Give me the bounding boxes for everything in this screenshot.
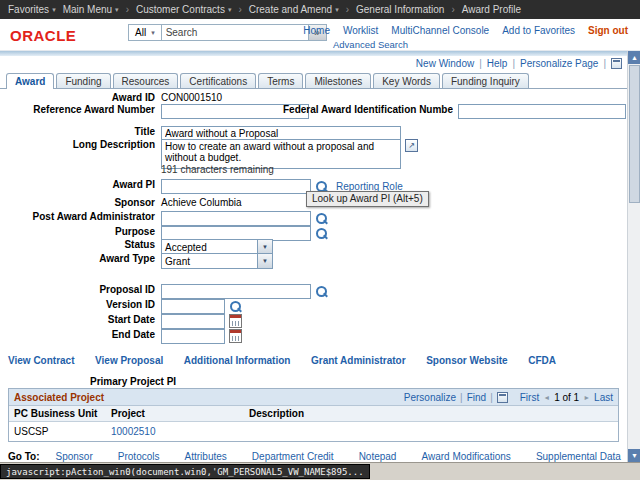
award-pi-label: Award PI — [0, 179, 155, 190]
copy-url-icon[interactable] — [611, 58, 622, 69]
project-link[interactable]: 10002510 — [111, 426, 156, 437]
goto-protocols-link[interactable]: Protocols — [118, 451, 160, 462]
goto-award-modifications-link[interactable]: Award Modifications — [422, 451, 511, 462]
purpose-label: Purpose — [0, 226, 155, 237]
proposal-id-lookup-icon[interactable] — [315, 285, 328, 298]
tab-resources[interactable]: Resources — [113, 73, 179, 88]
start-date-label: Start Date — [0, 314, 155, 325]
home-link[interactable]: Home — [303, 25, 330, 36]
grant-administrator-link[interactable]: Grant Administrator — [311, 355, 406, 366]
goto-notepad-link[interactable]: Notepad — [359, 451, 397, 462]
column-description: Description — [249, 408, 618, 419]
oracle-logo: ORACLE — [10, 27, 76, 44]
end-date-label: End Date — [0, 329, 155, 340]
post-award-admin-input[interactable] — [161, 211, 311, 226]
quick-links: View Contract View Proposal Additional I… — [8, 355, 556, 366]
grid-titlebar: Associated Project Personalize | Find | … — [9, 389, 618, 406]
tab-milestones[interactable]: Milestones — [305, 73, 371, 88]
federal-award-id-input[interactable] — [458, 104, 626, 119]
award-pi-input[interactable] — [161, 179, 311, 194]
award-type-select[interactable]: Grant ▼ — [161, 253, 273, 269]
pipe-separator: | — [512, 58, 515, 69]
additional-information-link[interactable]: Additional Information — [184, 355, 291, 366]
grid-row-range: 1 of 1 — [554, 392, 579, 403]
worklist-link[interactable]: Worklist — [343, 25, 378, 36]
goto-sponsor-link[interactable]: Sponsor — [55, 451, 92, 462]
breadcrumb-label: Create and Amend — [249, 4, 332, 15]
sponsor-website-link[interactable]: Sponsor Website — [426, 355, 508, 366]
column-project: Project — [111, 408, 249, 419]
start-date-input[interactable] — [161, 314, 225, 329]
breadcrumb-create-and-amend[interactable]: Create and Amend▾ — [249, 4, 339, 15]
personalize-page-link[interactable]: Personalize Page — [520, 58, 598, 69]
add-to-favorites-link[interactable]: Add to Favorites — [502, 25, 575, 36]
award-id-label: Award ID — [0, 92, 155, 103]
end-date-input[interactable] — [161, 329, 225, 344]
header-links: Home Worklist MultiChannel Console Add t… — [303, 25, 628, 36]
pipe-separator: | — [479, 58, 482, 69]
tab-terms[interactable]: Terms — [258, 73, 303, 88]
cfda-link[interactable]: CFDA — [528, 355, 556, 366]
tab-award[interactable]: Award — [6, 73, 54, 89]
goto-supplemental-data-link[interactable]: Supplemental Data — [536, 451, 621, 462]
expand-description-icon[interactable]: ↗ — [405, 139, 418, 152]
goto-department-credit-link[interactable]: Department Credit — [252, 451, 334, 462]
breadcrumb-main-menu[interactable]: Main Menu▾ — [63, 4, 119, 15]
vertical-scrollbar[interactable]: ▲ ▼ — [627, 51, 640, 462]
version-id-label: Version ID — [0, 299, 155, 310]
breadcrumb-label: Main Menu — [63, 4, 112, 15]
breadcrumb-favorites[interactable]: Favorites▾ — [8, 4, 56, 15]
help-link[interactable]: Help — [487, 58, 508, 69]
grid-first-link[interactable]: First — [520, 392, 539, 403]
chevron-down-icon: ▾ — [335, 6, 339, 14]
award-type-label: Award Type — [0, 253, 155, 264]
new-window-link[interactable]: New Window — [416, 58, 474, 69]
download-grid-icon[interactable] — [497, 392, 508, 403]
scroll-up-icon[interactable]: ▲ — [628, 51, 640, 64]
grid-personalize-link[interactable]: Personalize — [404, 392, 456, 403]
column-pc-business-unit: PC Business Unit — [9, 408, 111, 419]
sponsor-label: Sponsor — [0, 197, 155, 208]
post-award-admin-label: Post Award Administrator — [0, 211, 155, 222]
end-date-calendar-icon[interactable] — [229, 329, 242, 343]
award-form: Award ID CON0001510 Reference Award Numb… — [0, 89, 627, 462]
view-contract-link[interactable]: View Contract — [8, 355, 75, 366]
view-proposal-link[interactable]: View Proposal — [95, 355, 163, 366]
grid-last-link[interactable]: Last — [594, 392, 613, 403]
breadcrumb-general-information[interactable]: General Information — [356, 4, 444, 15]
characters-remaining-text: 191 characters remaining — [161, 164, 274, 175]
grid-find-link[interactable]: Find — [467, 392, 486, 403]
post-award-admin-lookup-icon[interactable] — [315, 212, 328, 225]
breadcrumb-label: General Information — [356, 4, 444, 15]
breadcrumb-customer-contracts[interactable]: Customer Contracts▾ — [136, 4, 231, 15]
advanced-search-link[interactable]: Advanced Search — [333, 39, 408, 50]
tab-key-words[interactable]: Key Words — [373, 73, 440, 88]
sign-out-link[interactable]: Sign out — [588, 25, 628, 36]
search-scope-select[interactable]: All▾ — [128, 24, 161, 41]
goto-bar: Go To: Sponsor Protocols Attributes Depa… — [8, 451, 621, 462]
scroll-down-icon[interactable]: ▼ — [628, 449, 640, 462]
search-input[interactable] — [161, 24, 309, 41]
multichannel-console-link[interactable]: MultiChannel Console — [391, 25, 489, 36]
scrollbar-thumb[interactable] — [629, 65, 640, 203]
version-id-input[interactable] — [161, 299, 225, 314]
status-value: Accepted — [162, 242, 257, 253]
associated-project-grid: Associated Project Personalize | Find | … — [8, 388, 619, 442]
tab-funding[interactable]: Funding — [56, 73, 110, 88]
goto-attributes-link[interactable]: Attributes — [185, 451, 227, 462]
breadcrumb-label: Award Profile — [462, 4, 521, 15]
page-toolbar: New Window | Help | Personalize Page | — [0, 56, 640, 71]
previous-row-icon[interactable]: ◄ — [543, 394, 550, 401]
start-date-calendar-icon[interactable] — [229, 314, 242, 328]
next-row-icon[interactable]: ► — [583, 394, 590, 401]
tab-funding-inquiry[interactable]: Funding Inquiry — [442, 73, 529, 88]
breadcrumb: Favorites▾ Main Menu▾ › Customer Contrac… — [0, 0, 640, 19]
proposal-id-input[interactable] — [161, 284, 311, 299]
primary-project-pi-label: Primary Project PI — [90, 376, 176, 387]
breadcrumb-award-profile[interactable]: Award Profile — [462, 4, 521, 15]
version-id-lookup-icon[interactable] — [229, 300, 242, 313]
tab-certifications[interactable]: Certifications — [180, 73, 256, 88]
grid-pager: First ◄ 1 of 1 ► Last — [520, 392, 613, 403]
sponsor-value: Achieve Columbia — [161, 197, 242, 208]
breadcrumb-separator-icon: › — [451, 4, 454, 15]
